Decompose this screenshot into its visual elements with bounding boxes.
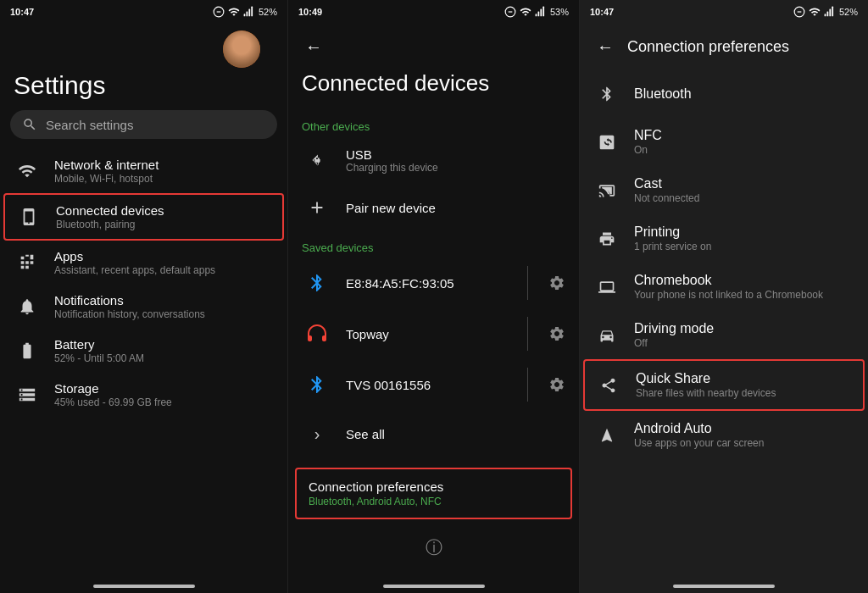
avatar[interactable] bbox=[223, 30, 260, 68]
pref-androidauto[interactable]: Android Auto Use apps on your car screen bbox=[580, 411, 868, 459]
settings-item-battery[interactable]: Battery 52% - Until 5:00 AM bbox=[0, 329, 287, 373]
connected-devices-header: ← bbox=[288, 24, 579, 70]
network-subtitle: Mobile, Wi-Fi, hotspot bbox=[54, 173, 274, 185]
apps-subtitle: Assistant, recent apps, default apps bbox=[54, 264, 274, 276]
svg-rect-16 bbox=[829, 9, 831, 17]
search-icon bbox=[22, 117, 37, 132]
battery-text-2: 53% bbox=[550, 7, 569, 17]
cast-icon bbox=[593, 177, 620, 204]
battery-text-3: 52% bbox=[839, 7, 858, 17]
back-button-2[interactable]: ← bbox=[302, 34, 326, 60]
pref-driving[interactable]: Driving mode Off bbox=[580, 311, 868, 359]
settings-item-notifications[interactable]: Notifications Notification history, conv… bbox=[0, 285, 287, 329]
battery-subtitle: 52% - Until 5:00 AM bbox=[54, 352, 274, 364]
connected-devices-title-area: Connected devices bbox=[288, 70, 579, 110]
apps-text: Apps Assistant, recent apps, default app… bbox=[54, 249, 274, 276]
bluetooth-pref-text: Bluetooth bbox=[634, 86, 854, 102]
svg-rect-17 bbox=[832, 7, 833, 17]
saved-devices-label: Saved devices bbox=[288, 231, 579, 258]
settings-item-apps[interactable]: Apps Assistant, recent apps, default app… bbox=[0, 241, 287, 285]
connected-subtitle: Bluetooth, pairing bbox=[56, 219, 272, 230]
usb-name: USB bbox=[346, 147, 565, 162]
device-tvs[interactable]: TVS 00161556 bbox=[288, 359, 579, 410]
svg-rect-11 bbox=[542, 7, 544, 17]
driving-title: Driving mode bbox=[634, 321, 854, 336]
nfc-icon bbox=[593, 129, 620, 156]
laptop-icon bbox=[593, 274, 620, 301]
gear-topway[interactable] bbox=[548, 325, 565, 342]
pref-quickshare[interactable]: Quick Share Share files with nearby devi… bbox=[583, 359, 865, 411]
svg-rect-2 bbox=[244, 14, 246, 16]
time-3: 10:47 bbox=[590, 7, 614, 17]
svg-rect-3 bbox=[246, 11, 248, 16]
conn-prefs-title: Connection preferences bbox=[309, 479, 559, 494]
svg-rect-4 bbox=[248, 9, 250, 17]
settings-item-network[interactable]: Network & internet Mobile, Wi-Fi, hotspo… bbox=[0, 149, 287, 193]
gear-e884[interactable] bbox=[548, 274, 565, 291]
notifications-subtitle: Notification history, conversations bbox=[54, 308, 274, 320]
pref-printing[interactable]: Printing 1 print service on bbox=[580, 214, 868, 263]
share-icon bbox=[595, 372, 622, 399]
quickshare-sub: Share files with nearby devices bbox=[636, 387, 853, 399]
tvs-text: TVS 00161556 bbox=[346, 378, 507, 392]
pair-new-device[interactable]: Pair new device bbox=[288, 184, 579, 231]
androidauto-text: Android Auto Use apps on your car screen bbox=[634, 421, 854, 449]
pref-chromebook[interactable]: Chromebook Your phone is not linked to a… bbox=[580, 263, 868, 311]
home-indicator-2 bbox=[383, 585, 485, 588]
bell-icon bbox=[14, 293, 41, 320]
settings-item-connected[interactable]: Connected devices Bluetooth, pairing bbox=[3, 193, 284, 241]
divider-e884 bbox=[527, 266, 528, 300]
divider-tvs bbox=[527, 368, 528, 402]
bluetooth-icon-tvs bbox=[302, 369, 332, 400]
cast-text: Cast Not connected bbox=[634, 176, 854, 204]
pref-bluetooth[interactable]: Bluetooth bbox=[580, 70, 868, 118]
quickshare-text: Quick Share Share files with nearby devi… bbox=[636, 371, 853, 399]
svg-rect-8 bbox=[536, 14, 537, 16]
network-text: Network & internet Mobile, Wi-Fi, hotspo… bbox=[54, 158, 274, 185]
tvs-name: TVS 00161556 bbox=[346, 378, 507, 392]
storage-title: Storage bbox=[54, 381, 274, 396]
status-icons-1: 52% bbox=[213, 6, 277, 18]
conn-prefs-header-title: Connection preferences bbox=[627, 38, 789, 56]
connected-title: Connected devices bbox=[56, 203, 272, 218]
device-e884[interactable]: E8:84:A5:FC:93:05 bbox=[288, 258, 579, 308]
search-placeholder: Search settings bbox=[46, 118, 133, 132]
storage-icon bbox=[14, 381, 41, 408]
topway-name: Topway bbox=[346, 327, 507, 341]
pref-cast[interactable]: Cast Not connected bbox=[580, 166, 868, 214]
pref-nfc[interactable]: NFC On bbox=[580, 118, 868, 166]
device-topway[interactable]: Topway bbox=[288, 308, 579, 359]
androidauto-sub: Use apps on your car screen bbox=[634, 437, 854, 449]
connected-devices-panel: 10:49 53% ← Connected devices Other devi… bbox=[288, 0, 580, 593]
back-button-3[interactable]: ← bbox=[593, 34, 617, 60]
printing-title: Printing bbox=[634, 224, 854, 240]
device-usb[interactable]: USB Charging this device bbox=[288, 136, 579, 184]
signal-icon-2 bbox=[535, 6, 547, 18]
connected-devices-title: Connected devices bbox=[302, 70, 565, 97]
settings-item-storage[interactable]: Storage 45% used - 69.99 GB free bbox=[0, 373, 287, 417]
connected-devices-icon bbox=[15, 203, 42, 230]
headphones-icon bbox=[302, 319, 332, 349]
bluetooth-icon-e884 bbox=[302, 268, 332, 298]
android-auto-icon bbox=[593, 422, 620, 449]
nfc-title: NFC bbox=[634, 128, 854, 143]
see-all-item[interactable]: › See all bbox=[288, 410, 579, 457]
search-bar[interactable]: Search settings bbox=[10, 110, 277, 139]
svg-rect-10 bbox=[540, 9, 542, 17]
chevron-right-icon: › bbox=[302, 418, 332, 449]
pair-name: Pair new device bbox=[346, 201, 565, 215]
usb-sub: Charging this device bbox=[346, 162, 565, 174]
driving-text: Driving mode Off bbox=[634, 321, 854, 349]
battery-icon bbox=[14, 337, 41, 364]
see-all-label: See all bbox=[346, 427, 565, 441]
connected-text: Connected devices Bluetooth, pairing bbox=[56, 203, 272, 230]
connection-preferences-item[interactable]: Connection preferences Bluetooth, Androi… bbox=[295, 468, 572, 519]
see-all-text: See all bbox=[346, 427, 565, 441]
apps-icon bbox=[14, 249, 41, 276]
conn-prefs-sub: Bluetooth, Android Auto, NFC bbox=[309, 496, 559, 507]
storage-subtitle: 45% used - 69.99 GB free bbox=[54, 396, 274, 408]
gear-tvs[interactable] bbox=[548, 376, 565, 393]
car-icon bbox=[593, 322, 620, 349]
status-bar-3: 10:47 52% bbox=[580, 0, 868, 24]
nfc-sub: On bbox=[634, 144, 854, 156]
